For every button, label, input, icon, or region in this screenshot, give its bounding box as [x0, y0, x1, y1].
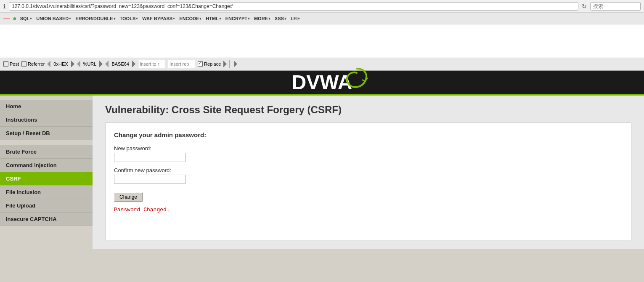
info-icon: ℹ	[3, 3, 5, 10]
chevron-down-icon: ▾	[173, 16, 175, 21]
replace-checkbox-item[interactable]: Replace	[198, 61, 221, 67]
toolbar-encrypt[interactable]: ENCRYPT▾	[224, 15, 252, 22]
nav-instructions[interactable]: Instructions	[0, 113, 93, 127]
post-label: Post	[10, 61, 19, 67]
arrow-right-icon	[234, 61, 237, 67]
toolbar-more[interactable]: MORE▾	[252, 15, 272, 22]
toolbar-lfi[interactable]: LFI▾	[289, 15, 302, 22]
url-item[interactable]: %URL	[77, 61, 103, 67]
insert-rep-input[interactable]	[168, 60, 195, 68]
success-message: Password Changed.	[114, 207, 623, 213]
page-title: Vulnerability: Cross Site Request Forger…	[105, 104, 631, 116]
nav-file-upload[interactable]: File Upload	[0, 199, 93, 213]
dot-red: —	[3, 15, 10, 22]
dvwa-logo-text: DVWA	[292, 71, 352, 93]
url-label: %URL	[82, 61, 98, 67]
nav-brute-force[interactable]: Brute Force	[0, 145, 93, 159]
separator	[229, 60, 230, 68]
chevron-down-icon: ▾	[268, 16, 270, 21]
referrer-label: Referrer	[28, 61, 45, 67]
arrow-right-icon	[99, 61, 103, 67]
toolbar-union-based[interactable]: UNION BASED▾	[34, 15, 73, 22]
nav-command-injection[interactable]: Command Injection	[0, 159, 93, 172]
dot-green: ●	[13, 15, 17, 22]
content-box: Change your admin password: New password…	[105, 122, 631, 240]
confirm-password-group: Confirm new password:	[114, 167, 623, 184]
hex-item[interactable]: 0xHEX	[47, 61, 74, 67]
editor-area[interactable]	[0, 24, 644, 58]
nav-setup-reset[interactable]: Setup / Reset DB	[0, 127, 93, 140]
post-checkbox-item[interactable]: Post	[3, 61, 19, 67]
nav-file-inclusion[interactable]: File Inclusion	[0, 186, 93, 199]
nav-spacer	[0, 140, 93, 145]
dvwa-header: DVWA	[0, 71, 644, 96]
new-password-label: New password:	[114, 145, 623, 152]
chevron-down-icon: ▾	[69, 16, 71, 21]
change-button[interactable]: Change	[114, 192, 143, 202]
toolbar-error-double[interactable]: ERROR/DOUBLE▾	[74, 15, 117, 22]
bottom-toolbar: Post Referrer 0xHEX %URL BASE64 Replace	[0, 58, 644, 71]
toolbar-encode[interactable]: ENCODE▾	[178, 15, 203, 22]
insert-to-input[interactable]	[138, 60, 165, 68]
chevron-down-icon: ▾	[30, 16, 32, 21]
chevron-down-icon: ▾	[199, 16, 201, 21]
toolbar-sql[interactable]: SQL▾	[19, 15, 34, 22]
chevron-down-icon: ▾	[136, 16, 138, 21]
dvwa-main: Vulnerability: Cross Site Request Forger…	[93, 96, 644, 249]
post-checkbox[interactable]	[3, 61, 8, 67]
search-input[interactable]	[590, 2, 641, 11]
dvwa-logo: DVWA	[292, 71, 352, 94]
chevron-down-icon: ▾	[284, 16, 286, 21]
toolbar-html[interactable]: HTML▾	[204, 15, 223, 22]
replace-checkbox[interactable]	[198, 61, 203, 67]
confirm-password-label: Confirm new password:	[114, 167, 623, 173]
new-password-group: New password:	[114, 145, 623, 162]
arrow-left-icon	[77, 61, 80, 67]
nav-csrf[interactable]: CSRF	[0, 172, 93, 186]
arrow-right-icon	[71, 61, 74, 67]
nav-insecure-captcha[interactable]: Insecure CAPTCHA	[0, 213, 93, 226]
hex-label: 0xHEX	[52, 61, 69, 67]
dvwa-nav: Home Instructions Setup / Reset DB Brute…	[0, 96, 93, 249]
toolbar-xss[interactable]: XSS▾	[273, 15, 288, 22]
dvwa-container: DVWA Home Instructions Setup / Reset DB …	[0, 71, 644, 249]
arrow-left-icon	[47, 61, 50, 67]
dvwa-swirl-icon	[344, 67, 369, 98]
chevron-down-icon: ▾	[298, 16, 300, 21]
arrow-left-icon	[105, 61, 109, 67]
toolbar-tools[interactable]: TOOLS▾	[118, 15, 140, 22]
chevron-down-icon: ▾	[114, 16, 116, 21]
dvwa-body: Home Instructions Setup / Reset DB Brute…	[0, 96, 644, 249]
arrow-right-icon	[223, 61, 227, 67]
main-toolbar: — ● SQL▾ UNION BASED▾ ERROR/DOUBLE▾ TOOL…	[0, 13, 644, 24]
base64-label: BASE64	[110, 61, 131, 67]
referrer-checkbox[interactable]	[21, 61, 27, 67]
chevron-down-icon: ▾	[248, 16, 250, 21]
browser-bar: ℹ ↻	[0, 0, 644, 13]
referrer-checkbox-item[interactable]: Referrer	[21, 61, 45, 67]
url-bar[interactable]	[9, 2, 578, 11]
refresh-icon[interactable]: ↻	[582, 3, 587, 10]
content-heading: Change your admin password:	[114, 131, 623, 138]
arrow-right-icon	[132, 61, 135, 67]
confirm-password-input[interactable]	[114, 175, 186, 184]
toolbar-waf-bypass[interactable]: WAF BYPASS▾	[140, 15, 177, 22]
chevron-down-icon: ▾	[219, 16, 221, 21]
new-password-input[interactable]	[114, 153, 186, 162]
replace-label: Replace	[204, 61, 221, 67]
base64-item[interactable]: BASE64	[105, 61, 135, 67]
nav-home[interactable]: Home	[0, 100, 93, 113]
